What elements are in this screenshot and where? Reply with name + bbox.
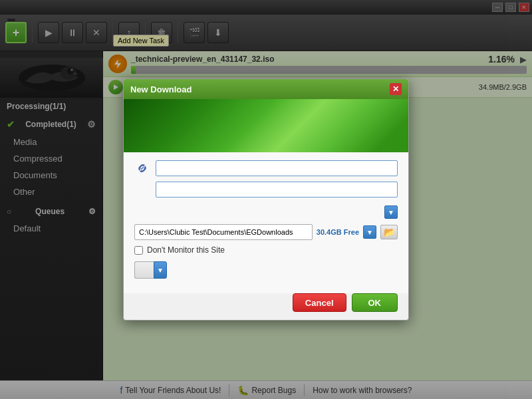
cancel-button[interactable]: Cancel [293, 293, 346, 312]
dialog-footer: Cancel OK [124, 293, 408, 320]
split-dropdown-button[interactable]: ▼ [154, 261, 167, 279]
dialog-titlebar: New Download ✕ [124, 79, 408, 99]
link-icon [134, 160, 150, 176]
ok-button[interactable]: OK [352, 293, 398, 312]
comment-input[interactable] [156, 182, 398, 198]
split-main-button[interactable] [134, 261, 154, 279]
folder-icon: 📂 [384, 227, 395, 237]
free-space-label: 30.4GB Free [317, 228, 359, 236]
dialog-title: New Download [130, 84, 192, 94]
dropdown-row: ▼ [134, 205, 398, 219]
dialog-hero-image [124, 99, 408, 152]
new-download-dialog: New Download ✕ [123, 78, 409, 321]
browse-folder-button[interactable]: 📂 [380, 225, 398, 239]
url-input[interactable] [156, 160, 398, 176]
dialog-overlay: New Download ✕ [0, 0, 532, 399]
path-input[interactable] [134, 224, 313, 240]
split-btn-row: ▼ [134, 261, 398, 279]
dialog-close-button[interactable]: ✕ [390, 83, 402, 95]
path-row: 30.4GB Free ▼ 📂 [134, 224, 398, 240]
path-dropdown-button[interactable]: ▼ [363, 225, 376, 239]
dialog-body: ▼ 30.4GB Free ▼ 📂 Don't Monitor this Sit… [124, 152, 408, 293]
dialog-hero-bg [124, 99, 408, 152]
expand-options-button[interactable]: ▼ [384, 205, 398, 219]
dont-monitor-row: Don't Monitor this Site [134, 245, 398, 255]
url-row [134, 160, 398, 176]
dont-monitor-checkbox[interactable] [134, 246, 143, 255]
dont-monitor-label[interactable]: Don't Monitor this Site [147, 245, 225, 255]
